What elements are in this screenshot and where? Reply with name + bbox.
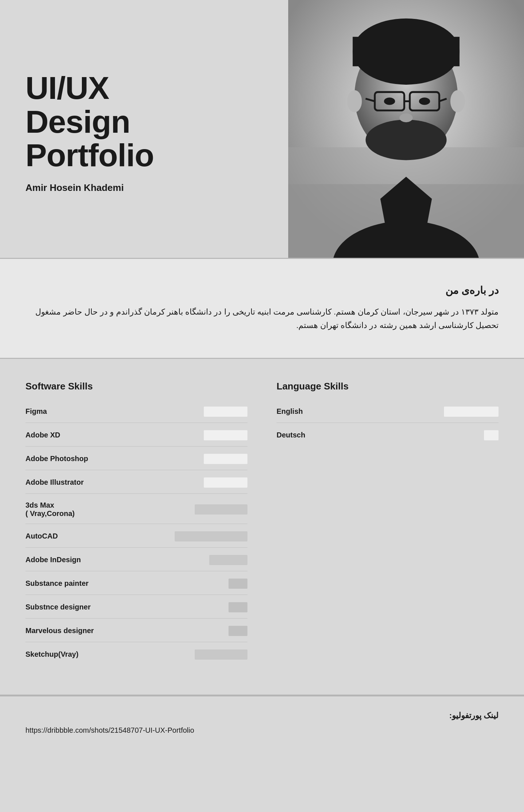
skill-bar-container-figma: [106, 407, 247, 417]
about-text: متولد ۱۳۷۳ در شهر سیرجان، استان کرمان هس…: [25, 305, 499, 332]
skills-section: Software Skills Figma Adobe XD Adobe Pho…: [0, 359, 524, 695]
skill-bar-xd: [204, 430, 247, 440]
svg-point-15: [400, 113, 413, 122]
footer-section: لینک پورتفولیو: https://dribbble.com/sho…: [0, 696, 524, 749]
skill-row-substance-painter: Substance painter: [25, 579, 247, 595]
skill-bar-english: [444, 407, 499, 417]
skill-name-english: English: [277, 407, 357, 416]
skill-row-photoshop: Adobe Photoshop: [25, 454, 247, 470]
hero-left: UI/UX Design Portfolio Amir Hosein Khade…: [0, 0, 288, 258]
skill-bar-marvelous: [229, 626, 247, 636]
footer-label: لینک پورتفولیو:: [25, 711, 499, 720]
svg-point-17: [450, 90, 465, 112]
portrait-svg: [288, 0, 524, 258]
hero-title: UI/UX Design Portfolio: [25, 71, 263, 172]
skill-name-3dsmax: 3ds Max( Vray,Corona): [25, 501, 106, 518]
skill-bar-sketchup: [195, 649, 247, 660]
skills-grid: Software Skills Figma Adobe XD Adobe Pho…: [25, 381, 499, 673]
skill-bar-container-sd: [106, 602, 247, 612]
skill-bar-container-english: [357, 407, 499, 417]
skill-row-indesign: Adobe InDesign: [25, 555, 247, 571]
skill-bar-container-indesign: [106, 555, 247, 565]
skill-row-3dsmax: 3ds Max( Vray,Corona): [25, 501, 247, 524]
skill-name-sketchup: Sketchup(Vray): [25, 650, 106, 659]
software-skills-header: Software Skills: [25, 381, 247, 395]
skill-name-indesign: Adobe InDesign: [25, 556, 106, 564]
skill-row-english: English: [277, 407, 499, 423]
skill-name-figma: Figma: [25, 407, 106, 416]
svg-point-13: [384, 97, 395, 105]
skill-bar-indesign: [209, 555, 247, 565]
skill-bar-container-xd: [106, 430, 247, 440]
portfolio-link[interactable]: https://dribbble.com/shots/21548707-UI-U…: [25, 726, 194, 734]
skill-bar-container-ai: [106, 477, 247, 488]
hero-author: Amir Hosein Khademi: [25, 182, 263, 193]
skill-bar-container-deutsch: [357, 430, 499, 440]
hero-section: UI/UX Design Portfolio Amir Hosein Khade…: [0, 0, 524, 258]
svg-point-16: [347, 90, 362, 112]
skill-row-adobe-xd: Adobe XD: [25, 430, 247, 447]
language-skills-header: Language Skills: [277, 381, 499, 395]
skill-bar-ai: [204, 477, 247, 488]
skill-row-figma: Figma: [25, 407, 247, 423]
about-section: در باره‌ی من متولد ۱۳۷۳ در شهر سیرجان، ا…: [0, 259, 524, 358]
skill-name-illustrator: Adobe Illustrator: [25, 478, 106, 487]
skill-bar-sp: [229, 579, 247, 589]
skill-bar-3dsmax: [195, 504, 247, 515]
skill-bar-container-autocad: [106, 531, 247, 541]
skill-bar-deutsch: [484, 430, 499, 440]
skill-bar-ps: [204, 454, 247, 464]
skill-row-deutsch: Deutsch: [277, 430, 499, 446]
skill-bar-autocad: [175, 531, 247, 541]
skill-name-marvelous: Marvelous designer: [25, 627, 106, 635]
skill-bar-container-3dsmax: [106, 504, 247, 515]
skill-row-substance-designer: Substnce designer: [25, 602, 247, 619]
svg-point-7: [366, 120, 447, 160]
skill-name-adobe-xd: Adobe XD: [25, 431, 106, 439]
hero-photo-area: [288, 0, 524, 258]
skill-bar-container-sp: [106, 579, 247, 589]
skill-name-autocad: AutoCAD: [25, 532, 106, 540]
skill-name-substance-designer: Substnce designer: [25, 603, 106, 611]
skill-bar-sd: [229, 602, 247, 612]
software-skills-col: Software Skills Figma Adobe XD Adobe Pho…: [25, 381, 269, 673]
skill-bar-figma: [204, 407, 247, 417]
skill-name-substance-painter: Substance painter: [25, 579, 106, 588]
svg-rect-6: [353, 37, 460, 66]
skill-name-deutsch: Deutsch: [277, 431, 357, 439]
skill-row-marvelous: Marvelous designer: [25, 626, 247, 642]
skill-row-illustrator: Adobe Illustrator: [25, 477, 247, 494]
hero-photo: [288, 0, 524, 258]
skill-name-photoshop: Adobe Photoshop: [25, 455, 106, 463]
svg-point-14: [419, 97, 430, 105]
language-skills-col: Language Skills English Deutsch: [269, 381, 499, 673]
skill-bar-container-marvelous: [106, 626, 247, 636]
skill-bar-container-ps: [106, 454, 247, 464]
about-title: در باره‌ی من: [25, 284, 499, 296]
skill-row-autocad: AutoCAD: [25, 531, 247, 548]
skill-row-sketchup: Sketchup(Vray): [25, 649, 247, 665]
skill-bar-container-sketchup: [106, 649, 247, 660]
